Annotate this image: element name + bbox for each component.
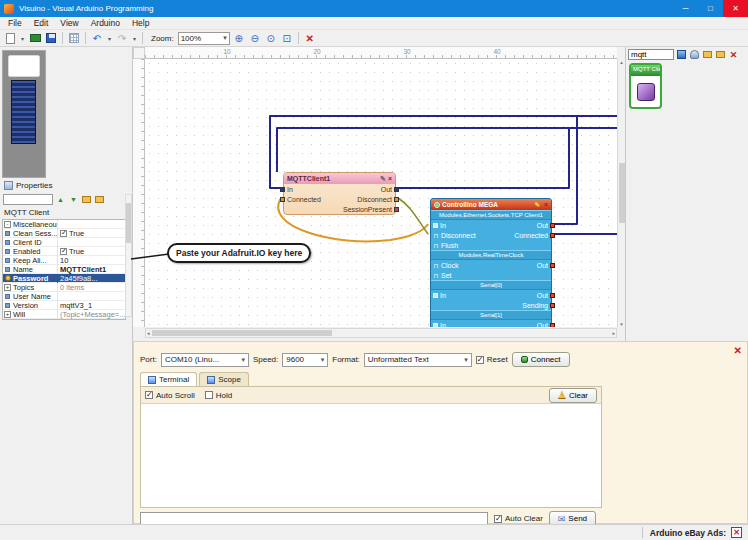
speed-select[interactable]: 9600 — [282, 353, 328, 367]
property-label: Miscellaneous — [12, 220, 58, 229]
delete-button[interactable] — [303, 32, 317, 45]
controllino-pin-row: InOut — [431, 290, 551, 300]
filter-icon[interactable] — [676, 49, 687, 60]
menu-item-file[interactable]: File — [2, 18, 28, 28]
terminal-output[interactable] — [141, 404, 601, 507]
clear-search-icon[interactable] — [728, 49, 739, 60]
connect-button[interactable]: Connect — [512, 352, 570, 367]
wire-mqtt-out[interactable] — [396, 128, 617, 188]
close-component-icon[interactable] — [544, 201, 548, 208]
tab-scope[interactable]: Scope — [199, 372, 249, 386]
pin-disconnect[interactable] — [394, 197, 399, 202]
thumbnail-controllino-component — [11, 80, 36, 144]
sort-ascending-icon[interactable] — [55, 194, 66, 205]
new-dropdown-icon[interactable] — [19, 35, 26, 42]
module-header: Serial[0] — [431, 280, 551, 290]
checkbox-icon — [476, 356, 484, 364]
undo-button[interactable] — [90, 32, 104, 45]
menu-item-help[interactable]: Help — [126, 18, 155, 28]
wire-disconnect-green[interactable] — [398, 198, 428, 234]
user-components-icon[interactable] — [689, 49, 700, 60]
menu-item-edit[interactable]: Edit — [28, 18, 55, 28]
reset-label: Reset — [487, 355, 508, 364]
checkbox-icon[interactable] — [60, 248, 67, 255]
zoom-reset-button[interactable] — [264, 32, 278, 45]
grid-toggle-button[interactable] — [67, 32, 81, 45]
wrench-icon[interactable] — [534, 201, 539, 209]
sort-descending-icon[interactable] — [68, 194, 79, 205]
pin-sending[interactable] — [550, 303, 555, 308]
zoom-select[interactable]: 100% — [178, 32, 230, 45]
pin-out[interactable] — [550, 263, 555, 268]
property-row[interactable]: +Will(Topic+Message=... — [3, 310, 125, 319]
zoom-in-button[interactable] — [232, 32, 246, 45]
pin-connected[interactable] — [280, 197, 285, 202]
tab-icon — [207, 376, 215, 384]
selected-component-type: MQTT Client — [4, 208, 49, 217]
auto-scroll-checkbox[interactable]: Auto Scroll — [145, 391, 195, 400]
property-icon — [5, 267, 10, 272]
collapse-all-icon[interactable] — [94, 194, 105, 205]
expander-cell — [3, 294, 12, 299]
redo-dropdown-icon[interactable] — [131, 35, 138, 42]
close-panel-icon[interactable] — [734, 345, 742, 356]
expand-categories-icon[interactable] — [702, 49, 713, 60]
clear-button[interactable]: Clear — [549, 388, 597, 403]
wire-inner-loop[interactable] — [277, 128, 569, 172]
select-board-button[interactable] — [28, 32, 42, 45]
search-result-mqtt-client[interactable]: MQTT Client — [629, 63, 662, 109]
canvas-vertical-scrollbar[interactable]: ▴▾ — [617, 59, 625, 327]
pin-out[interactable] — [550, 293, 555, 298]
auto-clear-checkbox[interactable]: Auto Clear — [494, 514, 543, 523]
expander-cell[interactable]: + — [3, 284, 12, 291]
menu-item-arduino[interactable]: Arduino — [85, 18, 126, 28]
property-icon — [5, 258, 10, 263]
component-search-input[interactable] — [628, 49, 674, 60]
port-select[interactable]: COM10 (Linu... — [161, 353, 249, 367]
pin-out[interactable] — [394, 187, 399, 192]
toolbar-separator — [85, 32, 86, 44]
maximize-button[interactable] — [698, 0, 723, 17]
properties-filter-input[interactable] — [3, 194, 53, 205]
overview-thumbnail[interactable] — [2, 50, 46, 178]
mqtt-component-header[interactable]: MQTTClient1 — [284, 173, 395, 184]
redo-button[interactable] — [115, 32, 129, 45]
folder-icon — [716, 51, 725, 58]
menu-item-view[interactable]: View — [54, 18, 84, 28]
properties-scrollbar[interactable] — [125, 194, 132, 317]
new-project-button[interactable] — [3, 32, 17, 45]
save-button[interactable] — [44, 32, 58, 45]
collapse-categories-icon[interactable] — [715, 49, 726, 60]
undo-dropdown-icon[interactable] — [106, 35, 113, 42]
delete-component-icon[interactable] — [388, 175, 392, 182]
pin-in[interactable] — [280, 187, 285, 192]
canvas-horizontal-scrollbar[interactable]: ◂▸ — [145, 328, 617, 338]
pin-sessionpresent[interactable] — [394, 207, 399, 212]
pin-out[interactable] — [550, 223, 555, 228]
checkbox-icon[interactable] — [60, 230, 67, 237]
expander-cell[interactable]: - — [3, 221, 12, 228]
controllino-component-header[interactable]: Controllino MEGA — [431, 199, 551, 210]
zoom-fit-button[interactable] — [280, 32, 294, 45]
save-icon — [46, 33, 56, 43]
controllino-component-title: Controllino MEGA — [442, 201, 498, 208]
tab-terminal[interactable]: Terminal — [140, 372, 197, 386]
expander-cell — [3, 231, 12, 236]
reset-checkbox[interactable]: Reset — [476, 355, 508, 364]
minimize-button[interactable] — [673, 0, 698, 17]
format-select[interactable]: Unformatted Text — [364, 353, 472, 367]
close-button[interactable] — [723, 0, 748, 17]
pin-out[interactable] — [550, 323, 555, 328]
wire-tcp-out[interactable] — [553, 116, 617, 224]
expand-all-icon[interactable] — [81, 194, 92, 205]
edit-icon[interactable] — [380, 175, 386, 183]
hold-checkbox[interactable]: Hold — [205, 391, 232, 400]
component-mqtt-client[interactable]: MQTTClient1 InOutConnectedDisconnectSess… — [283, 172, 396, 215]
checkbox-icon — [205, 391, 213, 399]
close-ads-icon[interactable] — [731, 527, 742, 538]
pin-connected[interactable] — [550, 233, 555, 238]
zoom-out-button[interactable] — [248, 32, 262, 45]
expander-cell[interactable]: + — [3, 311, 12, 318]
component-controllino-mega[interactable]: Controllino MEGA Modules.Ethernet.Socket… — [430, 198, 552, 327]
design-canvas[interactable]: MQTTClient1 InOutConnectedDisconnectSess… — [145, 59, 617, 327]
